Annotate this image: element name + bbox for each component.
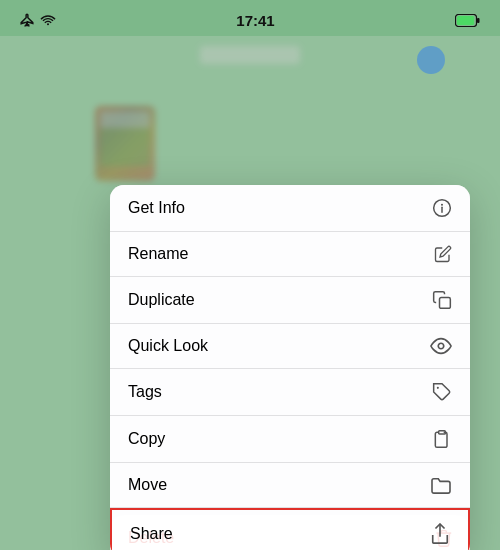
info-icon bbox=[432, 198, 452, 218]
status-left bbox=[20, 13, 56, 27]
menu-item-quick-look[interactable]: Quick Look bbox=[110, 324, 470, 369]
menu-item-get-info-label: Get Info bbox=[128, 199, 185, 217]
airplane-icon bbox=[20, 13, 34, 27]
menu-item-duplicate[interactable]: Duplicate bbox=[110, 277, 470, 324]
menu-item-rename[interactable]: Rename bbox=[110, 232, 470, 277]
menu-item-get-info[interactable]: Get Info bbox=[110, 185, 470, 232]
svg-rect-6 bbox=[440, 298, 451, 309]
share-icon bbox=[430, 523, 450, 545]
svg-rect-2 bbox=[457, 16, 474, 25]
menu-item-move-label: Move bbox=[128, 476, 167, 494]
menu-item-rename-label: Rename bbox=[128, 245, 188, 263]
menu-item-duplicate-label: Duplicate bbox=[128, 291, 195, 309]
eye-icon bbox=[430, 337, 452, 355]
menu-item-tags-label: Tags bbox=[128, 383, 162, 401]
status-right bbox=[455, 14, 480, 27]
menu-item-copy[interactable]: Copy bbox=[110, 416, 470, 463]
menu-item-quick-look-label: Quick Look bbox=[128, 337, 208, 355]
battery-icon bbox=[455, 14, 480, 27]
tag-icon bbox=[432, 382, 452, 402]
svg-point-7 bbox=[438, 343, 444, 349]
folder-icon bbox=[430, 476, 452, 494]
blue-dot-accent bbox=[417, 46, 445, 74]
menu-item-share-label: Share bbox=[130, 525, 173, 543]
context-menu: Get Info Rename Duplicate Quick bbox=[110, 185, 470, 550]
menu-item-tags[interactable]: Tags bbox=[110, 369, 470, 416]
pencil-icon bbox=[434, 245, 452, 263]
menu-item-share[interactable]: Share bbox=[110, 508, 470, 550]
menu-item-copy-label: Copy bbox=[128, 430, 165, 448]
status-bar: 17:41 bbox=[0, 0, 500, 36]
duplicate-icon bbox=[432, 290, 452, 310]
svg-rect-1 bbox=[477, 18, 480, 23]
status-time: 17:41 bbox=[236, 12, 274, 29]
wifi-icon bbox=[40, 14, 56, 26]
menu-item-move[interactable]: Move bbox=[110, 463, 470, 508]
copy-icon bbox=[432, 429, 452, 449]
